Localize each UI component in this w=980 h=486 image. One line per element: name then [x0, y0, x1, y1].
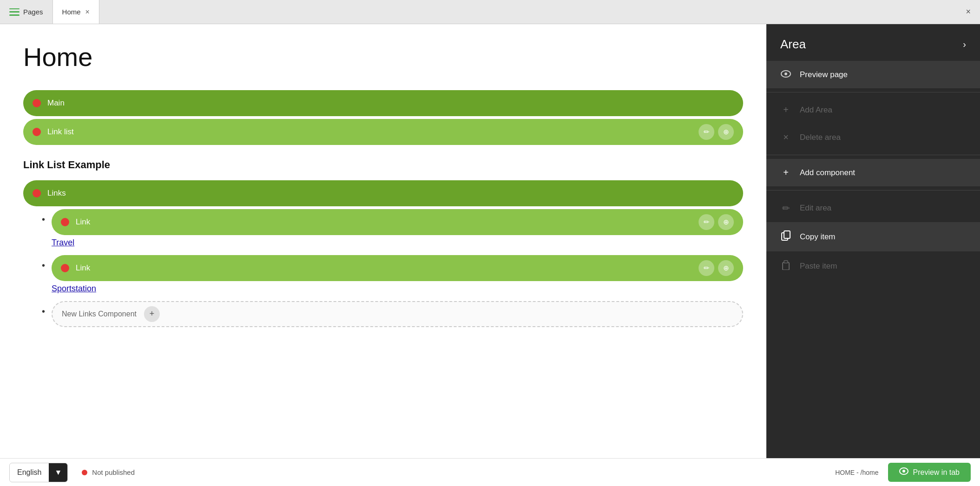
divider-1	[766, 92, 980, 92]
paste-item-label: Paste item	[800, 262, 837, 271]
links-pill-dot	[33, 189, 41, 197]
preview-in-tab-button[interactable]: Preview in tab	[888, 463, 971, 482]
delete-area-icon: ×	[780, 132, 791, 143]
add-area-icon: +	[780, 105, 791, 115]
preview-page-button[interactable]: Preview page	[766, 61, 980, 88]
section-title: Link List Example	[23, 159, 743, 171]
copy-item-icon	[780, 230, 791, 243]
paste-item-icon	[780, 260, 791, 272]
status-dot	[82, 470, 87, 475]
links-pill[interactable]: Links	[23, 180, 743, 206]
right-panel-header: Area ›	[766, 24, 980, 61]
eye-icon	[780, 69, 791, 80]
edit-area-icon: ✏	[780, 203, 791, 214]
link-1-pill[interactable]: Link ✏ ⊕	[52, 209, 743, 235]
delete-area-button[interactable]: × Delete area	[766, 124, 980, 151]
right-panel-title: Area	[780, 37, 806, 52]
svg-point-1	[784, 72, 787, 75]
link-2-label: Link	[76, 263, 695, 273]
bottom-bar: English ▼ Not published HOME - /home Pre…	[0, 458, 980, 486]
preview-tab-icon	[899, 467, 908, 477]
list-item: • Link ✏ ⊕ Travel	[42, 209, 743, 248]
link-2-edit-button[interactable]: ✏	[699, 260, 714, 276]
right-panel-chevron[interactable]: ›	[963, 39, 966, 50]
main-pill-dot	[33, 99, 41, 107]
lang-label: English	[10, 465, 49, 480]
window-close-button[interactable]: ×	[966, 7, 980, 17]
main-pill[interactable]: Main	[23, 90, 743, 116]
new-component-content: New Links Component +	[52, 301, 743, 327]
link-list-pill[interactable]: Link list ✏ ⊕	[23, 119, 743, 145]
svg-rect-4	[783, 263, 789, 270]
list-item: • Link ✏ ⊕ Sportstation	[42, 255, 743, 294]
pages-tab-label: Pages	[23, 8, 43, 16]
bullet-1: •	[42, 215, 45, 224]
edit-area-label: Edit area	[800, 204, 831, 213]
status-label: Not published	[92, 468, 135, 476]
tab-bar: Pages Home × ×	[0, 0, 980, 24]
link-list-edit-button[interactable]: ✏	[699, 124, 714, 140]
content-area: Home Main Link list ✏ ⊕ Link List Exampl…	[0, 24, 766, 458]
add-component-button[interactable]: + Add component	[766, 159, 980, 186]
new-component-row: • New Links Component +	[42, 301, 743, 327]
new-component-add-button[interactable]: +	[144, 306, 160, 322]
list-item-1-content: Link ✏ ⊕ Travel	[52, 209, 743, 248]
add-area-button[interactable]: + Add Area	[766, 96, 980, 124]
copy-item-button[interactable]: Copy item	[766, 222, 980, 251]
breadcrumb: HOME - /home	[835, 469, 878, 476]
lang-dropdown-button[interactable]: ▼	[49, 463, 67, 482]
link-list-pill-dot	[33, 128, 41, 136]
add-component-icon: +	[780, 167, 791, 178]
pages-tab[interactable]: Pages	[0, 0, 52, 24]
link-2-move-button[interactable]: ⊕	[718, 260, 734, 276]
copy-item-label: Copy item	[800, 232, 836, 242]
link-2-pill[interactable]: Link ✏ ⊕	[52, 255, 743, 281]
paste-item-button[interactable]: Paste item	[766, 251, 980, 281]
link-1-edit-button[interactable]: ✏	[699, 214, 714, 230]
add-area-label: Add Area	[800, 105, 832, 115]
list-item-2-content: Link ✏ ⊕ Sportstation	[52, 255, 743, 294]
status-indicator: Not published	[82, 468, 135, 476]
home-tab-label: Home	[62, 8, 81, 16]
pages-icon	[9, 8, 20, 16]
link-2-dot	[61, 264, 69, 272]
home-tab-close[interactable]: ×	[85, 8, 90, 16]
bullet-2: •	[42, 261, 45, 270]
right-panel: Area › Preview page + Add Area × Delete …	[766, 24, 980, 458]
svg-rect-3	[784, 231, 790, 238]
edit-area-button[interactable]: ✏ Edit area	[766, 194, 980, 222]
add-component-label: Add component	[800, 168, 855, 177]
travel-link[interactable]: Travel	[52, 238, 743, 248]
link-list-move-button[interactable]: ⊕	[718, 124, 734, 140]
new-component-label: New Links Component	[62, 310, 137, 318]
preview-tab-label: Preview in tab	[913, 468, 960, 477]
divider-3	[766, 190, 980, 190]
main-pill-label: Main	[47, 99, 734, 108]
bullet-3: •	[42, 307, 45, 316]
divider-2	[766, 155, 980, 155]
new-component-pill[interactable]: New Links Component +	[52, 301, 743, 327]
sportstation-link[interactable]: Sportstation	[52, 284, 743, 294]
link-1-move-button[interactable]: ⊕	[718, 214, 734, 230]
delete-area-label: Delete area	[800, 133, 841, 142]
main-layout: Home Main Link list ✏ ⊕ Link List Exampl…	[0, 24, 980, 458]
links-pill-label: Links	[47, 189, 734, 198]
link-1-label: Link	[76, 217, 695, 227]
page-title: Home	[23, 43, 743, 72]
home-tab[interactable]: Home ×	[52, 0, 99, 24]
link-1-dot	[61, 218, 69, 226]
language-selector[interactable]: English ▼	[9, 463, 68, 482]
svg-rect-5	[784, 261, 788, 263]
preview-page-label: Preview page	[800, 70, 848, 79]
svg-point-7	[902, 470, 905, 473]
link-list-pill-label: Link list	[47, 127, 695, 137]
link-list-container: • Link ✏ ⊕ Travel • Link	[23, 209, 743, 327]
